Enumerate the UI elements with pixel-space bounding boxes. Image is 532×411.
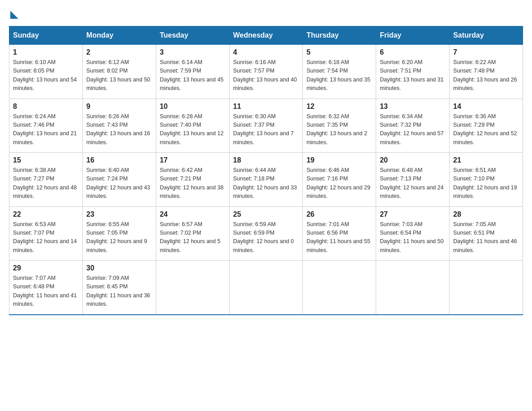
calendar-day-cell: 19Sunrise: 6:46 AMSunset: 7:16 PMDayligh… — [303, 153, 376, 207]
day-number: 5 — [306, 48, 372, 56]
day-info: Sunrise: 6:14 AMSunset: 7:59 PMDaylight:… — [160, 58, 226, 93]
calendar-day-cell: 28Sunrise: 7:05 AMSunset: 6:51 PMDayligh… — [450, 206, 523, 261]
day-info: Sunrise: 6:18 AMSunset: 7:54 PMDaylight:… — [306, 58, 372, 93]
calendar-day-cell — [450, 261, 523, 315]
calendar-day-cell: 14Sunrise: 6:36 AMSunset: 7:29 PMDayligh… — [450, 98, 523, 153]
day-info: Sunrise: 7:05 AMSunset: 6:51 PMDaylight:… — [453, 220, 519, 255]
calendar-day-cell: 24Sunrise: 6:57 AMSunset: 7:02 PMDayligh… — [156, 206, 229, 261]
calendar-day-cell — [376, 261, 450, 315]
day-number: 13 — [380, 103, 446, 111]
day-number: 17 — [160, 156, 226, 164]
day-number: 6 — [380, 48, 446, 56]
header-monday: Monday — [82, 26, 156, 44]
calendar-table: Sunday Monday Tuesday Wednesday Thursday… — [9, 26, 523, 315]
day-number: 1 — [13, 48, 79, 56]
day-number: 12 — [306, 103, 372, 111]
day-number: 21 — [453, 156, 519, 164]
day-number: 30 — [86, 264, 152, 272]
day-number: 8 — [13, 103, 79, 111]
day-info: Sunrise: 6:20 AMSunset: 7:51 PMDaylight:… — [380, 58, 446, 93]
day-info: Sunrise: 6:51 AMSunset: 7:10 PMDaylight:… — [453, 166, 519, 201]
calendar-week-row: 8Sunrise: 6:24 AMSunset: 7:46 PMDaylight… — [9, 98, 523, 153]
header-sunday: Sunday — [9, 26, 83, 44]
header-wednesday: Wednesday — [229, 26, 303, 44]
day-info: Sunrise: 6:26 AMSunset: 7:43 PMDaylight:… — [86, 112, 152, 147]
calendar-day-cell: 23Sunrise: 6:55 AMSunset: 7:05 PMDayligh… — [82, 206, 156, 261]
logo-arrow-icon — [10, 11, 18, 19]
calendar-day-cell: 20Sunrise: 6:48 AMSunset: 7:13 PMDayligh… — [376, 153, 450, 207]
calendar-day-cell: 30Sunrise: 7:09 AMSunset: 6:45 PMDayligh… — [82, 261, 156, 315]
calendar-day-cell — [156, 261, 229, 315]
day-info: Sunrise: 6:53 AMSunset: 7:07 PMDaylight:… — [13, 220, 79, 255]
day-info: Sunrise: 6:46 AMSunset: 7:16 PMDaylight:… — [306, 166, 372, 201]
day-info: Sunrise: 6:48 AMSunset: 7:13 PMDaylight:… — [380, 166, 446, 201]
day-number: 20 — [380, 156, 446, 164]
calendar-day-cell: 29Sunrise: 7:07 AMSunset: 6:48 PMDayligh… — [9, 261, 83, 315]
day-number: 19 — [306, 156, 372, 164]
header-tuesday: Tuesday — [156, 26, 229, 44]
day-number: 29 — [13, 264, 79, 272]
day-info: Sunrise: 6:38 AMSunset: 7:27 PMDaylight:… — [13, 166, 79, 201]
day-info: Sunrise: 6:12 AMSunset: 8:02 PMDaylight:… — [86, 58, 152, 93]
day-info: Sunrise: 6:24 AMSunset: 7:46 PMDaylight:… — [13, 112, 79, 147]
header-saturday: Saturday — [450, 26, 523, 44]
calendar-day-cell: 27Sunrise: 7:03 AMSunset: 6:54 PMDayligh… — [376, 206, 450, 261]
weekday-header-row: Sunday Monday Tuesday Wednesday Thursday… — [9, 26, 523, 44]
calendar-day-cell: 26Sunrise: 7:01 AMSunset: 6:56 PMDayligh… — [303, 206, 376, 261]
calendar-day-cell: 13Sunrise: 6:34 AMSunset: 7:32 PMDayligh… — [376, 98, 450, 153]
day-info: Sunrise: 6:30 AMSunset: 7:37 PMDaylight:… — [233, 112, 299, 147]
day-info: Sunrise: 6:34 AMSunset: 7:32 PMDaylight:… — [380, 112, 446, 147]
day-number: 18 — [233, 156, 299, 164]
day-info: Sunrise: 6:44 AMSunset: 7:18 PMDaylight:… — [233, 166, 299, 201]
day-info: Sunrise: 6:57 AMSunset: 7:02 PMDaylight:… — [160, 220, 226, 255]
day-info: Sunrise: 6:16 AMSunset: 7:57 PMDaylight:… — [233, 58, 299, 93]
calendar-day-cell: 5Sunrise: 6:18 AMSunset: 7:54 PMDaylight… — [303, 44, 376, 98]
day-info: Sunrise: 6:59 AMSunset: 6:59 PMDaylight:… — [233, 220, 299, 255]
day-number: 9 — [86, 103, 152, 111]
calendar-week-row: 29Sunrise: 7:07 AMSunset: 6:48 PMDayligh… — [9, 261, 523, 315]
day-info: Sunrise: 7:01 AMSunset: 6:56 PMDaylight:… — [306, 220, 372, 255]
calendar-day-cell: 11Sunrise: 6:30 AMSunset: 7:37 PMDayligh… — [229, 98, 303, 153]
day-number: 24 — [160, 210, 226, 218]
day-number: 22 — [13, 210, 79, 218]
day-info: Sunrise: 7:09 AMSunset: 6:45 PMDaylight:… — [86, 274, 152, 309]
day-number: 28 — [453, 210, 519, 218]
logo — [9, 9, 18, 17]
day-number: 23 — [86, 210, 152, 218]
calendar-day-cell: 15Sunrise: 6:38 AMSunset: 7:27 PMDayligh… — [9, 153, 83, 207]
day-info: Sunrise: 6:28 AMSunset: 7:40 PMDaylight:… — [160, 112, 226, 147]
calendar-day-cell: 12Sunrise: 6:32 AMSunset: 7:35 PMDayligh… — [303, 98, 376, 153]
calendar-day-cell: 17Sunrise: 6:42 AMSunset: 7:21 PMDayligh… — [156, 153, 229, 207]
header-thursday: Thursday — [303, 26, 376, 44]
day-info: Sunrise: 6:32 AMSunset: 7:35 PMDaylight:… — [306, 112, 372, 147]
day-number: 25 — [233, 210, 299, 218]
calendar-day-cell: 22Sunrise: 6:53 AMSunset: 7:07 PMDayligh… — [9, 206, 83, 261]
day-number: 2 — [86, 48, 152, 56]
calendar-day-cell: 25Sunrise: 6:59 AMSunset: 6:59 PMDayligh… — [229, 206, 303, 261]
calendar-day-cell: 3Sunrise: 6:14 AMSunset: 7:59 PMDaylight… — [156, 44, 229, 98]
day-number: 3 — [160, 48, 226, 56]
calendar-day-cell: 18Sunrise: 6:44 AMSunset: 7:18 PMDayligh… — [229, 153, 303, 207]
day-number: 10 — [160, 103, 226, 111]
day-info: Sunrise: 6:10 AMSunset: 8:05 PMDaylight:… — [13, 58, 79, 93]
day-info: Sunrise: 6:55 AMSunset: 7:05 PMDaylight:… — [86, 220, 152, 255]
day-info: Sunrise: 6:40 AMSunset: 7:24 PMDaylight:… — [86, 166, 152, 201]
day-number: 26 — [306, 210, 372, 218]
day-info: Sunrise: 6:42 AMSunset: 7:21 PMDaylight:… — [160, 166, 226, 201]
calendar-day-cell: 10Sunrise: 6:28 AMSunset: 7:40 PMDayligh… — [156, 98, 229, 153]
day-number: 14 — [453, 103, 519, 111]
day-number: 27 — [380, 210, 446, 218]
calendar-day-cell: 7Sunrise: 6:22 AMSunset: 7:48 PMDaylight… — [450, 44, 523, 98]
calendar-week-row: 15Sunrise: 6:38 AMSunset: 7:27 PMDayligh… — [9, 153, 523, 207]
day-number: 16 — [86, 156, 152, 164]
calendar-day-cell — [303, 261, 376, 315]
page-header — [9, 9, 523, 17]
day-info: Sunrise: 6:36 AMSunset: 7:29 PMDaylight:… — [453, 112, 519, 147]
day-info: Sunrise: 7:03 AMSunset: 6:54 PMDaylight:… — [380, 220, 446, 255]
calendar-day-cell: 21Sunrise: 6:51 AMSunset: 7:10 PMDayligh… — [450, 153, 523, 207]
header-friday: Friday — [376, 26, 450, 44]
day-info: Sunrise: 7:07 AMSunset: 6:48 PMDaylight:… — [13, 274, 79, 309]
calendar-day-cell: 9Sunrise: 6:26 AMSunset: 7:43 PMDaylight… — [82, 98, 156, 153]
day-number: 7 — [453, 48, 519, 56]
calendar-week-row: 22Sunrise: 6:53 AMSunset: 7:07 PMDayligh… — [9, 206, 523, 261]
